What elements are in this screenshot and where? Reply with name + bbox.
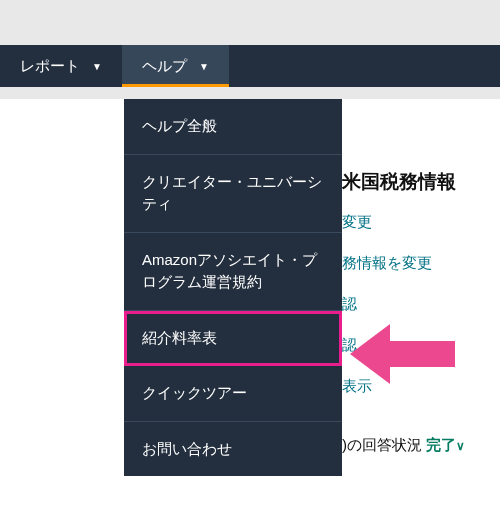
top-spacer — [0, 0, 500, 45]
nav-report[interactable]: レポート ▼ — [0, 45, 122, 87]
dropdown-label: 紹介料率表 — [142, 329, 217, 346]
nav-help-label: ヘルプ — [142, 57, 187, 76]
nav-bar: レポート ▼ ヘルプ ▼ — [0, 45, 500, 87]
dropdown-label: クリエイター・ユニバーシティ — [142, 173, 322, 213]
dropdown-associates-agreement[interactable]: Amazonアソシエイト・プログラム運営規約 — [124, 233, 342, 311]
caret-down-icon: ▼ — [199, 61, 209, 72]
dropdown-fee-schedule[interactable]: 紹介料率表 — [124, 311, 342, 367]
dropdown-creator-university[interactable]: クリエイター・ユニバーシティ — [124, 155, 342, 233]
nav-help[interactable]: ヘルプ ▼ — [122, 45, 229, 87]
background-content: 米国税務情報 変更 務情報を変更 認 認 表示 )の回答状況 完了∨ — [342, 99, 500, 455]
tax-info-heading: 米国税務情報 — [342, 169, 500, 195]
bg-link-change[interactable]: 変更 — [342, 213, 500, 232]
annotation-arrow — [350, 319, 460, 393]
arrow-left-icon — [350, 319, 460, 389]
dropdown-label: ヘルプ全般 — [142, 117, 217, 134]
nav-report-label: レポート — [20, 57, 80, 76]
status-row: )の回答状況 完了∨ — [342, 436, 500, 455]
content-area: 米国税務情報 変更 務情報を変更 認 認 表示 )の回答状況 完了∨ ヘルプ全般… — [0, 99, 500, 513]
dropdown-label: クイックツアー — [142, 384, 247, 401]
status-prefix: )の回答状況 — [342, 436, 422, 453]
dropdown-quick-tour[interactable]: クイックツアー — [124, 366, 342, 422]
status-done: 完了 — [426, 436, 456, 453]
sub-spacer — [0, 87, 500, 99]
bg-link-confirm-1[interactable]: 認 — [342, 295, 500, 314]
chevron-down-icon: ∨ — [456, 439, 465, 453]
dropdown-contact[interactable]: お問い合わせ — [124, 422, 342, 477]
dropdown-label: Amazonアソシエイト・プログラム運営規約 — [142, 251, 317, 291]
dropdown-help-general[interactable]: ヘルプ全般 — [124, 99, 342, 155]
bg-link-tax-change[interactable]: 務情報を変更 — [342, 254, 500, 273]
caret-down-icon: ▼ — [92, 61, 102, 72]
help-dropdown: ヘルプ全般 クリエイター・ユニバーシティ Amazonアソシエイト・プログラム運… — [124, 99, 342, 476]
dropdown-label: お問い合わせ — [142, 440, 232, 457]
